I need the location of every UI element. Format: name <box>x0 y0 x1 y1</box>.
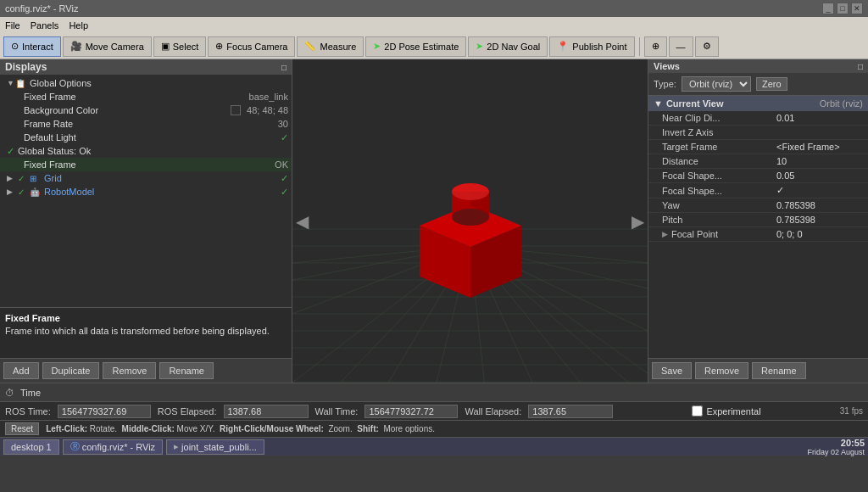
clock-time: 20:55 <box>807 438 865 448</box>
menu-panels[interactable]: Panels <box>31 20 59 31</box>
duplicate-button[interactable]: Duplicate <box>42 362 100 379</box>
focal-shape-2-value: ✓ <box>776 185 861 196</box>
focal-point-value: 0; 0; 0 <box>776 229 861 239</box>
time-label: Time <box>20 388 41 398</box>
frame-rate-value: 30 <box>278 119 288 129</box>
views-prop-near-clip[interactable]: Near Clip Di... 0.01 <box>648 111 868 126</box>
current-view-arrow: ▼ <box>654 98 663 109</box>
zero-button[interactable]: Zero <box>756 77 787 91</box>
wall-elapsed-field[interactable] <box>528 405 613 418</box>
tree-row-bg-color[interactable]: Background Color 48; 48; 48 <box>0 103 292 117</box>
views-prop-focal-point[interactable]: ▶ Focal Point 0; 0; 0 <box>648 227 868 242</box>
current-view-header[interactable]: ▼ Current View Orbit (rviz) <box>648 96 868 111</box>
views-save-button[interactable]: Save <box>652 362 692 379</box>
focal-point-label: Focal Point <box>671 229 776 239</box>
tree-row-frame-rate[interactable]: Frame Rate 30 <box>0 117 292 131</box>
viewport[interactable]: ◀ ▶ <box>292 59 648 383</box>
tree-row-global-options[interactable]: ▼ 📋 Global Options <box>0 76 292 90</box>
close-button[interactable]: ✕ <box>851 3 863 14</box>
views-remove-button[interactable]: Remove <box>695 362 748 379</box>
clock-date: Friday 02 August <box>807 448 865 456</box>
taskbar: desktop 1 Ⓡ config.rviz* - RViz ▸ joint_… <box>0 437 868 456</box>
focus-camera-button[interactable]: ⊕ Focus Camera <box>208 36 295 57</box>
views-title: Views <box>654 61 680 71</box>
robot-model-icon: 🤖 <box>30 187 42 197</box>
add-button[interactable]: Add <box>3 362 39 379</box>
bg-color-swatch <box>231 105 241 115</box>
displays-title: Displays <box>5 61 47 73</box>
interact-button[interactable]: ⊙ Interact <box>3 36 61 57</box>
fixed-frame-status-value: OK <box>275 159 288 170</box>
publish-point-icon: 📍 <box>557 41 569 52</box>
views-buttons: Save Remove Rename <box>648 358 868 383</box>
tree-row-global-status[interactable]: ✓ Global Status: Ok <box>0 144 292 158</box>
ros-time-label: ROS Time: <box>5 406 51 417</box>
distance-label: Distance <box>662 156 776 166</box>
menu-file[interactable]: File <box>5 20 20 31</box>
displays-tree: ▼ 📋 Global Options Fixed Frame base_link… <box>0 75 292 307</box>
ros-elapsed-field[interactable] <box>224 405 309 418</box>
views-rename-button[interactable]: Rename <box>752 362 806 379</box>
views-prop-focal-shape-1[interactable]: Focal Shape... 0.05 <box>648 169 868 183</box>
focal-point-arrow: ▶ <box>662 230 668 238</box>
toolbar-extra-btn-1[interactable]: ⊕ <box>644 36 667 57</box>
tree-row-fixed-frame-status[interactable]: Fixed Frame OK <box>0 158 292 171</box>
pose-estimate-button[interactable]: ➤ 2D Pose Estimate <box>365 36 466 57</box>
rename-button[interactable]: Rename <box>159 362 214 379</box>
tree-row-robot-model[interactable]: ▶ ✓ 🤖 RobotModel ✓ <box>0 185 292 198</box>
rviz-window[interactable]: Ⓡ config.rviz* - RViz <box>63 439 163 455</box>
views-icon: □ <box>858 62 863 71</box>
views-prop-target-frame[interactable]: Target Frame <Fixed Frame> <box>648 140 868 154</box>
ros-time-bar: ROS Time: ROS Elapsed: Wall Time: Wall E… <box>0 401 868 420</box>
views-prop-yaw[interactable]: Yaw 0.785398 <box>648 198 868 213</box>
measure-button[interactable]: 📏 Measure <box>297 36 364 57</box>
maximize-button[interactable]: □ <box>837 3 849 14</box>
desktop-button[interactable]: desktop 1 <box>3 439 59 455</box>
hint-bar: Reset Left-Click: Rotate. Middle-Click: … <box>0 420 868 437</box>
viewport-arrow-left[interactable]: ◀ <box>296 211 309 232</box>
terminal-window[interactable]: ▸ joint_state_publi... <box>166 439 264 455</box>
pitch-label: Pitch <box>662 215 776 225</box>
viewport-arrow-right[interactable]: ▶ <box>632 211 644 232</box>
publish-point-button[interactable]: 📍 Publish Point <box>549 36 634 57</box>
global-status-check: ✓ <box>7 146 14 157</box>
terminal-window-label: joint_state_publi... <box>181 442 257 452</box>
current-view-title: Current View <box>666 98 816 109</box>
interact-icon: ⊙ <box>11 41 19 52</box>
views-type-label: Type: <box>654 79 676 89</box>
move-camera-button[interactable]: 🎥 Move Camera <box>63 36 152 57</box>
tree-row-grid[interactable]: ▶ ✓ ⊞ Grid ✓ <box>0 171 292 185</box>
tree-row-fixed-frame[interactable]: Fixed Frame base_link <box>0 90 292 103</box>
time-icon: ⏱ <box>5 388 14 398</box>
bg-color-value: 48; 48; 48 <box>247 105 288 115</box>
ros-time-field[interactable] <box>58 405 151 418</box>
wall-time-label: Wall Time: <box>315 406 359 417</box>
wall-time-field[interactable] <box>364 405 458 418</box>
minimize-button[interactable]: _ <box>822 3 834 14</box>
tree-row-default-light[interactable]: Default Light ✓ <box>0 131 292 144</box>
toolbar-extra-btn-3[interactable]: ⚙ <box>695 36 719 57</box>
views-prop-invert-z[interactable]: Invert Z Axis <box>648 126 868 140</box>
views-prop-pitch[interactable]: Pitch 0.785398 <box>648 213 868 227</box>
menu-help[interactable]: Help <box>69 20 88 31</box>
robot-model-status: ✓ <box>281 187 288 198</box>
wall-elapsed-label: Wall Elapsed: <box>465 406 521 417</box>
near-clip-value: 0.01 <box>776 113 861 123</box>
remove-button[interactable]: Remove <box>103 362 156 379</box>
views-prop-distance[interactable]: Distance 10 <box>648 154 868 169</box>
global-options-arrow: ▼ <box>7 79 15 87</box>
nav-goal-button[interactable]: ➤ 2D Nav Goal <box>468 36 548 57</box>
robot-model-arrow: ▶ <box>7 187 15 196</box>
title-bar: config.rviz* - RViz _ □ ✕ <box>0 0 868 17</box>
global-options-label: Global Options <box>30 78 288 88</box>
views-prop-focal-shape-2[interactable]: Focal Shape... ✓ <box>648 183 868 198</box>
current-view-type: Orbit (rviz) <box>820 98 863 109</box>
target-frame-value: <Fixed Frame> <box>776 142 861 152</box>
views-type-select[interactable]: Orbit (rviz) <box>682 76 751 92</box>
global-options-icon: 📋 <box>15 79 27 88</box>
experimental-checkbox[interactable] <box>692 405 703 417</box>
grid-icon: ⊞ <box>30 174 42 183</box>
reset-button[interactable]: Reset <box>5 422 39 435</box>
select-button[interactable]: ▣ Select <box>153 36 207 57</box>
toolbar-extra-btn-2[interactable]: — <box>669 36 693 57</box>
